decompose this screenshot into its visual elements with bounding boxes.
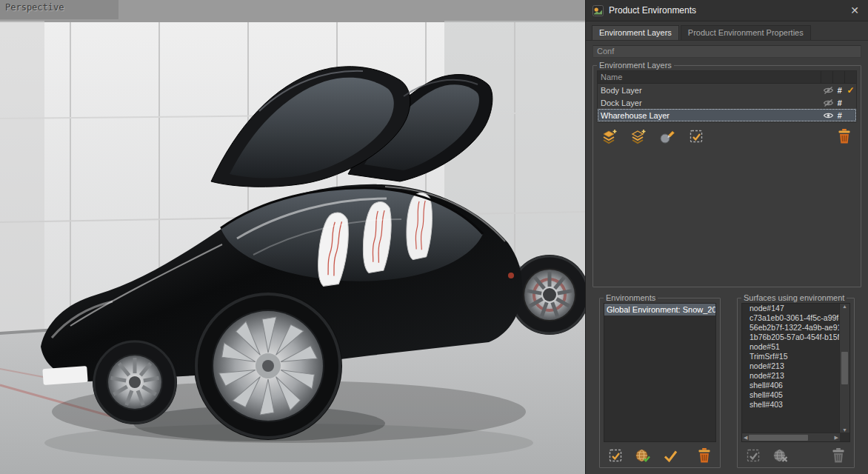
environment-layers-group: Environment Layers Name Body Layer: [592, 61, 861, 287]
eye-icon[interactable]: [823, 111, 834, 120]
panel-titlebar[interactable]: Product Environments ✕: [586, 0, 868, 21]
surfaces-list-items: node#147 c73a1eb0-3061-4f5c-a99f-b733c92…: [742, 304, 840, 433]
layers-table[interactable]: Name Body Layer #: [597, 70, 857, 122]
scroll-right-icon[interactable]: ▶: [835, 435, 838, 441]
environments-toolbar: [604, 442, 716, 464]
assign-material-icon[interactable]: [657, 127, 678, 146]
scroll-left-icon[interactable]: ◀: [744, 435, 747, 441]
surface-list-item[interactable]: TrimSrf#15: [742, 352, 840, 361]
viewport-label[interactable]: Perspective: [5, 2, 64, 13]
vertical-scrollbar[interactable]: ▲ ▼: [839, 304, 849, 433]
column-name[interactable]: Name: [598, 71, 821, 83]
marquee-check-icon[interactable]: [686, 127, 707, 146]
eye-slash-icon[interactable]: [823, 99, 834, 107]
surface-list-item[interactable]: node#213: [742, 371, 840, 381]
horizontal-scroll-thumb[interactable]: [749, 435, 807, 441]
environment-list-item[interactable]: Global Environment: Snow_2048: [604, 304, 715, 316]
eye-slash-icon[interactable]: [823, 86, 834, 95]
surface-list-item[interactable]: node#147: [742, 304, 840, 313]
assign-check-icon[interactable]: [660, 446, 681, 465]
tab-environment-layers[interactable]: Environment Layers: [592, 25, 679, 40]
scroll-up-icon[interactable]: ▲: [842, 304, 847, 309]
marquee-check-disabled-icon[interactable]: [743, 446, 764, 465]
panel-icon: [592, 5, 604, 16]
check-icon[interactable]: ✓: [845, 85, 856, 96]
surface-list-item[interactable]: 1b76b205-57a0-454f-b15f-088169e0: [742, 333, 840, 342]
tab-bar: Environment Layers Product Environment P…: [586, 21, 868, 41]
column-hash[interactable]: [832, 71, 844, 83]
layer-name: Body Layer: [598, 86, 823, 95]
column-active[interactable]: [844, 71, 856, 83]
application-window: Perspective Product Environments ✕ Envir…: [0, 0, 868, 474]
surface-list-item[interactable]: node#51: [742, 342, 840, 352]
layers-toolbar: [597, 122, 857, 147]
layer-row-dock[interactable]: Dock Layer #: [598, 96, 856, 109]
hash-icon[interactable]: #: [834, 111, 845, 120]
layer-row-wharehouse[interactable]: Wharehouse Layer #: [598, 109, 856, 121]
surface-list-item[interactable]: node#213: [742, 361, 840, 371]
layers-table-header: Name: [598, 71, 856, 84]
surfaces-group-title: Surfaces using environment: [741, 293, 847, 302]
panel-title: Product Environments: [609, 5, 843, 16]
layer-name: Dock Layer: [598, 99, 823, 107]
close-icon[interactable]: ✕: [848, 4, 861, 17]
hash-icon[interactable]: #: [834, 86, 845, 95]
scene-render: [0, 0, 585, 474]
hash-icon[interactable]: #: [834, 99, 845, 107]
scroll-down-icon[interactable]: ▼: [842, 427, 847, 433]
delete-environment-trash-icon[interactable]: [694, 446, 715, 465]
column-visibility[interactable]: [821, 71, 832, 83]
surface-list-item[interactable]: c73a1eb0-3061-4f5c-a99f-b733c92:: [742, 313, 840, 323]
globe-x-disabled-icon[interactable]: [770, 446, 791, 465]
surface-list-item[interactable]: 56eb2b7f-1322-4a9b-ae91-8eeda49: [742, 323, 840, 333]
horizontal-scrollbar[interactable]: ◀ ▶: [742, 433, 840, 441]
globe-check-icon[interactable]: [632, 446, 653, 465]
marquee-check-icon[interactable]: [605, 446, 626, 465]
layer-row-body[interactable]: Body Layer # ✓: [598, 84, 856, 96]
environments-list[interactable]: Global Environment: Snow_2048: [604, 303, 716, 442]
surface-list-item[interactable]: shell#406: [742, 381, 840, 390]
bottom-panels: Environments Global Environment: Snow_20…: [592, 292, 861, 468]
product-environments-panel: Product Environments ✕ Environment Layer…: [585, 0, 868, 474]
viewport-3d[interactable]: Perspective: [0, 0, 585, 474]
add-environment-layer-button[interactable]: [599, 127, 620, 146]
environments-group-title: Environments: [604, 293, 658, 302]
layer-name: Wharehouse Layer: [598, 111, 823, 120]
environment-layers-group-title: Environment Layers: [597, 61, 674, 70]
surface-list-item[interactable]: shell#405: [742, 390, 840, 400]
tab-product-environment-properties[interactable]: Product Environment Properties: [681, 25, 811, 40]
conf-bar[interactable]: Conf: [592, 45, 861, 58]
environments-group: Environments Global Environment: Snow_20…: [599, 293, 721, 468]
delete-surface-trash-disabled-icon[interactable]: [828, 446, 849, 465]
delete-layer-trash-icon[interactable]: [834, 127, 855, 146]
surfaces-list[interactable]: node#147 c73a1eb0-3061-4f5c-a99f-b733c92…: [741, 303, 850, 442]
add-environment-sublayer-button[interactable]: [628, 127, 649, 146]
surfaces-toolbar: [741, 442, 850, 464]
surface-list-item[interactable]: shell#403: [742, 400, 840, 410]
vertical-scroll-thumb[interactable]: [841, 352, 848, 384]
surfaces-group: Surfaces using environment node#147 c73a…: [737, 293, 855, 468]
